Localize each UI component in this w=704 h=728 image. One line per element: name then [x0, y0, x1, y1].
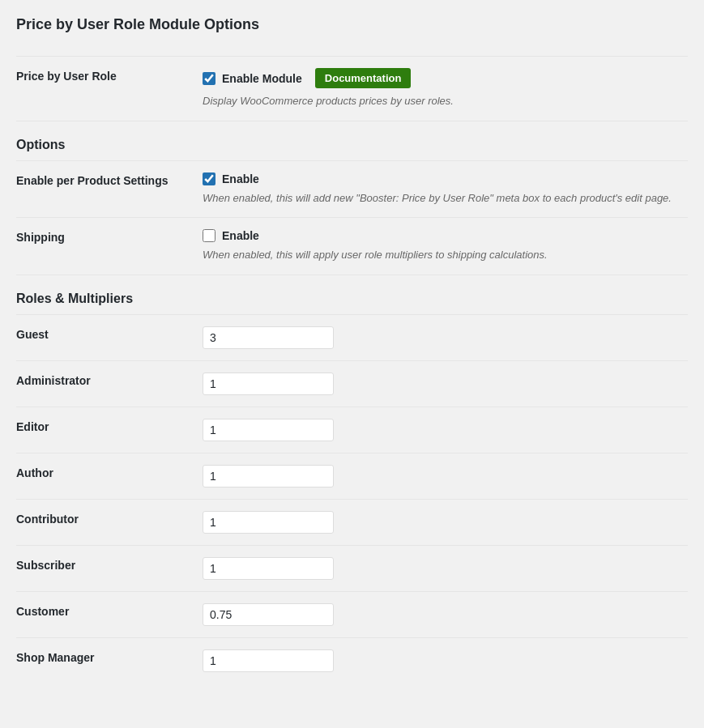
shipping-label: Shipping: [16, 231, 65, 244]
module-description: Display WooCommerce products prices by u…: [203, 93, 680, 109]
per-product-label: Enable per Product Settings: [16, 174, 168, 187]
module-label: Price by User Role: [16, 70, 117, 83]
shipping-row: Shipping Enable When enabled, this will …: [16, 218, 688, 275]
role-multiplier-input[interactable]: [203, 511, 334, 534]
role-multiplier-input[interactable]: [203, 649, 334, 672]
enable-module-text: Enable Module: [222, 72, 302, 85]
role-multiplier-input[interactable]: [203, 557, 334, 580]
enable-module-label[interactable]: Enable Module: [203, 72, 302, 85]
role-name: Customer: [16, 605, 69, 618]
per-product-description: When enabled, this will add new "Booster…: [203, 190, 680, 206]
role-name: Administrator: [16, 374, 91, 387]
role-row: Shop Manager: [16, 637, 688, 683]
shipping-checkbox[interactable]: [203, 229, 215, 242]
role-name: Author: [16, 466, 53, 479]
options-header-row: Options: [16, 121, 688, 160]
role-row: Customer: [16, 591, 688, 637]
role-multiplier-input[interactable]: [203, 419, 334, 441]
per-product-enable-label[interactable]: Enable: [203, 172, 680, 185]
role-multiplier-input[interactable]: [203, 373, 334, 395]
role-name: Editor: [16, 420, 49, 433]
per-product-checkbox[interactable]: [203, 172, 215, 185]
per-product-row: Enable per Product Settings Enable When …: [16, 160, 688, 218]
options-title: Options: [16, 138, 65, 151]
role-row: Contributor: [16, 499, 688, 545]
documentation-button[interactable]: Documentation: [315, 68, 412, 88]
role-row: Subscriber: [16, 545, 688, 591]
role-row: Editor: [16, 407, 688, 453]
module-row: Price by User Role Enable Module Documen…: [16, 57, 688, 121]
role-multiplier-input[interactable]: [203, 603, 334, 626]
role-multiplier-input[interactable]: [203, 326, 334, 349]
per-product-enable-text: Enable: [222, 172, 259, 185]
role-name: Shop Manager: [16, 651, 94, 664]
roles-header-row: Roles & Multipliers: [16, 275, 688, 314]
shipping-enable-label[interactable]: Enable: [203, 229, 680, 242]
role-name: Contributor: [16, 513, 79, 526]
shipping-description: When enabled, this will apply user role …: [203, 247, 680, 263]
role-name: Guest: [16, 328, 49, 341]
page-title: Price by User Role Module Options: [16, 16, 688, 40]
enable-module-checkbox[interactable]: [203, 72, 215, 85]
role-name: Subscriber: [16, 559, 75, 572]
role-row: Author: [16, 453, 688, 499]
roles-title: Roles & Multipliers: [16, 292, 133, 305]
role-row: Administrator: [16, 360, 688, 407]
page-container: Price by User Role Module Options Price …: [16, 16, 688, 683]
role-multiplier-input[interactable]: [203, 465, 334, 487]
role-row: Guest: [16, 314, 688, 360]
shipping-enable-text: Enable: [222, 229, 259, 242]
